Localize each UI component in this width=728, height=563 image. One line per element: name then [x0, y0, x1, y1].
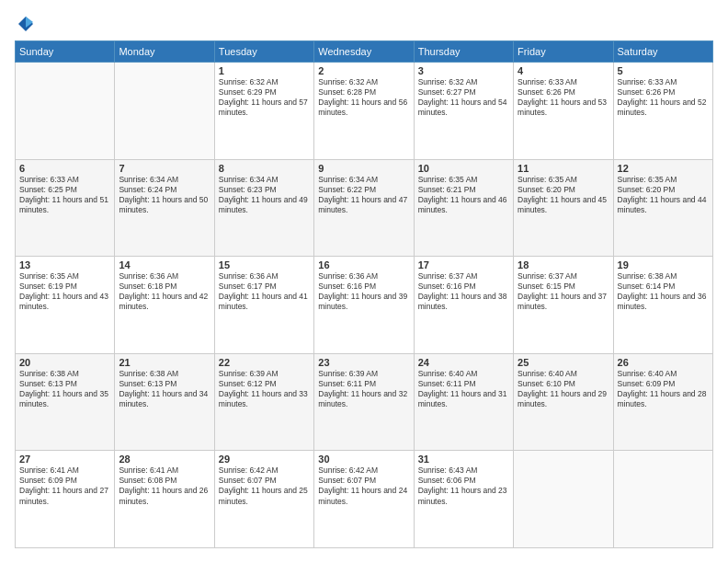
day-number: 14	[119, 259, 210, 270]
calendar-week-row: 6Sunrise: 6:33 AM Sunset: 6:25 PM Daylig…	[16, 159, 713, 257]
table-row: 19Sunrise: 6:38 AM Sunset: 6:14 PM Dayli…	[613, 257, 712, 354]
col-tuesday: Tuesday	[214, 41, 313, 63]
day-info: Sunrise: 6:33 AM Sunset: 6:26 PM Dayligh…	[518, 77, 609, 118]
table-row: 21Sunrise: 6:38 AM Sunset: 6:13 PM Dayli…	[115, 353, 214, 451]
table-row: 28Sunrise: 6:41 AM Sunset: 6:08 PM Dayli…	[115, 451, 214, 548]
table-row: 7Sunrise: 6:34 AM Sunset: 6:24 PM Daylig…	[115, 159, 214, 257]
table-row: 13Sunrise: 6:35 AM Sunset: 6:19 PM Dayli…	[16, 257, 115, 354]
table-row: 12Sunrise: 6:35 AM Sunset: 6:20 PM Dayli…	[613, 159, 712, 257]
table-row: 10Sunrise: 6:35 AM Sunset: 6:21 PM Dayli…	[414, 159, 513, 257]
table-row: 15Sunrise: 6:36 AM Sunset: 6:17 PM Dayli…	[214, 257, 313, 354]
table-row: 3Sunrise: 6:32 AM Sunset: 6:27 PM Daylig…	[414, 63, 513, 160]
table-row: 9Sunrise: 6:34 AM Sunset: 6:22 PM Daylig…	[314, 159, 414, 257]
col-thursday: Thursday	[414, 41, 513, 63]
table-row	[613, 451, 712, 548]
day-info: Sunrise: 6:35 AM Sunset: 6:20 PM Dayligh…	[518, 175, 609, 215]
col-sunday: Sunday	[16, 41, 115, 63]
table-row: 30Sunrise: 6:42 AM Sunset: 6:07 PM Dayli…	[314, 451, 414, 548]
day-info: Sunrise: 6:41 AM Sunset: 6:09 PM Dayligh…	[19, 465, 110, 506]
day-info: Sunrise: 6:38 AM Sunset: 6:13 PM Dayligh…	[119, 369, 210, 409]
col-wednesday: Wednesday	[314, 41, 414, 63]
day-number: 20	[19, 357, 110, 368]
day-info: Sunrise: 6:32 AM Sunset: 6:28 PM Dayligh…	[318, 77, 409, 118]
table-row: 14Sunrise: 6:36 AM Sunset: 6:18 PM Dayli…	[115, 257, 214, 354]
day-number: 22	[219, 357, 310, 368]
day-info: Sunrise: 6:38 AM Sunset: 6:13 PM Dayligh…	[19, 369, 110, 409]
day-info: Sunrise: 6:35 AM Sunset: 6:20 PM Dayligh…	[618, 175, 709, 215]
day-info: Sunrise: 6:40 AM Sunset: 6:10 PM Dayligh…	[518, 369, 609, 409]
col-friday: Friday	[514, 41, 613, 63]
day-number: 2	[318, 65, 409, 76]
day-number: 31	[418, 454, 509, 465]
table-row: 20Sunrise: 6:38 AM Sunset: 6:13 PM Dayli…	[16, 353, 115, 451]
calendar-week-row: 13Sunrise: 6:35 AM Sunset: 6:19 PM Dayli…	[16, 257, 713, 354]
table-row: 2Sunrise: 6:32 AM Sunset: 6:28 PM Daylig…	[314, 63, 414, 160]
day-info: Sunrise: 6:41 AM Sunset: 6:08 PM Dayligh…	[119, 465, 210, 506]
header-row: Sunday Monday Tuesday Wednesday Thursday…	[16, 41, 713, 63]
day-number: 25	[518, 357, 609, 368]
day-info: Sunrise: 6:33 AM Sunset: 6:26 PM Dayligh…	[618, 77, 709, 118]
day-info: Sunrise: 6:42 AM Sunset: 6:07 PM Dayligh…	[318, 465, 409, 506]
table-row: 1Sunrise: 6:32 AM Sunset: 6:29 PM Daylig…	[214, 63, 313, 160]
table-row: 29Sunrise: 6:42 AM Sunset: 6:07 PM Dayli…	[214, 451, 313, 548]
day-info: Sunrise: 6:39 AM Sunset: 6:12 PM Dayligh…	[219, 369, 310, 409]
table-row: 26Sunrise: 6:40 AM Sunset: 6:09 PM Dayli…	[613, 353, 712, 451]
day-info: Sunrise: 6:35 AM Sunset: 6:21 PM Dayligh…	[418, 175, 509, 215]
table-row	[115, 63, 214, 160]
day-info: Sunrise: 6:40 AM Sunset: 6:11 PM Dayligh…	[418, 369, 509, 409]
day-number: 17	[418, 259, 509, 270]
logo-icon	[17, 15, 35, 33]
day-number: 1	[219, 65, 310, 76]
day-info: Sunrise: 6:39 AM Sunset: 6:11 PM Dayligh…	[318, 369, 409, 409]
day-number: 8	[219, 163, 310, 174]
day-number: 3	[418, 65, 509, 76]
calendar-week-row: 1Sunrise: 6:32 AM Sunset: 6:29 PM Daylig…	[16, 63, 713, 160]
col-monday: Monday	[115, 41, 214, 63]
day-info: Sunrise: 6:32 AM Sunset: 6:27 PM Dayligh…	[418, 77, 509, 118]
table-row: 25Sunrise: 6:40 AM Sunset: 6:10 PM Dayli…	[514, 353, 613, 451]
calendar-week-row: 27Sunrise: 6:41 AM Sunset: 6:09 PM Dayli…	[16, 451, 713, 548]
table-row	[16, 63, 115, 160]
table-row: 17Sunrise: 6:37 AM Sunset: 6:16 PM Dayli…	[414, 257, 513, 354]
day-number: 9	[318, 163, 409, 174]
table-row: 22Sunrise: 6:39 AM Sunset: 6:12 PM Dayli…	[214, 353, 313, 451]
table-row: 5Sunrise: 6:33 AM Sunset: 6:26 PM Daylig…	[613, 63, 712, 160]
day-info: Sunrise: 6:36 AM Sunset: 6:16 PM Dayligh…	[318, 271, 409, 312]
day-info: Sunrise: 6:32 AM Sunset: 6:29 PM Dayligh…	[219, 77, 310, 118]
table-row: 23Sunrise: 6:39 AM Sunset: 6:11 PM Dayli…	[314, 353, 414, 451]
day-number: 6	[19, 163, 110, 174]
calendar-page: Sunday Monday Tuesday Wednesday Thursday…	[0, 0, 728, 563]
day-number: 4	[518, 65, 609, 76]
day-info: Sunrise: 6:35 AM Sunset: 6:19 PM Dayligh…	[19, 271, 110, 312]
day-number: 12	[618, 163, 709, 174]
table-row	[514, 451, 613, 548]
day-info: Sunrise: 6:34 AM Sunset: 6:23 PM Dayligh…	[219, 175, 310, 215]
day-info: Sunrise: 6:33 AM Sunset: 6:25 PM Dayligh…	[19, 175, 110, 215]
day-info: Sunrise: 6:40 AM Sunset: 6:09 PM Dayligh…	[618, 369, 709, 409]
day-number: 19	[618, 259, 709, 270]
day-number: 26	[618, 357, 709, 368]
header	[15, 15, 713, 33]
day-info: Sunrise: 6:34 AM Sunset: 6:22 PM Dayligh…	[318, 175, 409, 215]
col-saturday: Saturday	[613, 41, 712, 63]
calendar-week-row: 20Sunrise: 6:38 AM Sunset: 6:13 PM Dayli…	[16, 353, 713, 451]
table-row: 6Sunrise: 6:33 AM Sunset: 6:25 PM Daylig…	[16, 159, 115, 257]
table-row: 16Sunrise: 6:36 AM Sunset: 6:16 PM Dayli…	[314, 257, 414, 354]
day-info: Sunrise: 6:42 AM Sunset: 6:07 PM Dayligh…	[219, 465, 310, 506]
day-number: 30	[318, 454, 409, 465]
table-row: 27Sunrise: 6:41 AM Sunset: 6:09 PM Dayli…	[16, 451, 115, 548]
logo	[15, 15, 35, 33]
day-number: 5	[618, 65, 709, 76]
day-number: 21	[119, 357, 210, 368]
day-number: 13	[19, 259, 110, 270]
day-number: 15	[219, 259, 310, 270]
day-number: 16	[318, 259, 409, 270]
table-row: 11Sunrise: 6:35 AM Sunset: 6:20 PM Dayli…	[514, 159, 613, 257]
table-row: 8Sunrise: 6:34 AM Sunset: 6:23 PM Daylig…	[214, 159, 313, 257]
table-row: 4Sunrise: 6:33 AM Sunset: 6:26 PM Daylig…	[514, 63, 613, 160]
day-info: Sunrise: 6:38 AM Sunset: 6:14 PM Dayligh…	[618, 271, 709, 312]
day-info: Sunrise: 6:36 AM Sunset: 6:18 PM Dayligh…	[119, 271, 210, 312]
day-number: 11	[518, 163, 609, 174]
day-info: Sunrise: 6:43 AM Sunset: 6:06 PM Dayligh…	[418, 465, 509, 506]
day-info: Sunrise: 6:34 AM Sunset: 6:24 PM Dayligh…	[119, 175, 210, 215]
